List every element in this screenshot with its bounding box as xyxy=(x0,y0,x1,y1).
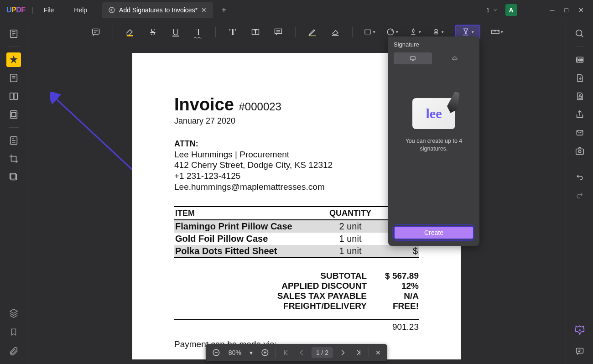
zoom-out-button[interactable] xyxy=(210,348,222,357)
edit-icon xyxy=(108,6,115,14)
note-tool-icon[interactable] xyxy=(90,26,102,38)
left-sidebar xyxy=(0,20,27,364)
signature-panel: Signature lee You can create up to 4 sig… xyxy=(388,36,479,246)
svg-point-0 xyxy=(109,7,114,13)
svg-rect-26 xyxy=(576,149,583,154)
tool-a-icon[interactable] xyxy=(6,133,21,148)
screenshot-icon[interactable] xyxy=(572,144,587,158)
bookmark-icon[interactable] xyxy=(6,325,21,339)
reader-mode-icon[interactable] xyxy=(6,26,21,41)
signature-panel-title: Signature xyxy=(394,41,474,48)
attachment-icon[interactable] xyxy=(6,344,21,359)
svg-point-28 xyxy=(578,329,580,331)
comment-mode-icon[interactable] xyxy=(6,52,21,67)
organize-mode-icon[interactable] xyxy=(6,89,21,104)
menu-file[interactable]: File xyxy=(34,6,64,14)
right-sidebar: OCR xyxy=(566,20,593,364)
convert-icon[interactable] xyxy=(572,71,587,85)
eraser-tool-icon[interactable] xyxy=(329,26,341,38)
prev-page-button[interactable] xyxy=(296,349,307,356)
signature-thumbnail: lee xyxy=(412,98,455,129)
undo-icon[interactable] xyxy=(572,170,587,184)
user-avatar[interactable]: A xyxy=(505,4,517,16)
canvas-area[interactable]: Invoice #000023 January 27 2020 ATTN: Le… xyxy=(27,41,566,364)
pencil-tool-icon[interactable] xyxy=(307,26,318,38)
svg-line-18 xyxy=(55,98,132,170)
invoice-date: January 27 2020 xyxy=(174,116,419,126)
svg-point-16 xyxy=(435,29,437,32)
close-tab-icon[interactable]: ✕ xyxy=(201,6,207,14)
page-indicator[interactable]: 1 / 2 xyxy=(312,347,333,358)
svg-rect-24 xyxy=(579,96,581,99)
ai-icon[interactable] xyxy=(572,323,587,338)
local-signatures-tab[interactable] xyxy=(394,52,432,64)
zoom-in-button[interactable] xyxy=(259,348,271,357)
close-window-button[interactable]: ✕ xyxy=(578,6,584,14)
page-tool-icon[interactable] xyxy=(6,107,21,122)
app-logo: UPDF xyxy=(6,6,26,14)
cloud-signatures-tab[interactable] xyxy=(436,52,474,64)
signature-hint-text: You can create up to 4 signatures. xyxy=(394,137,474,153)
minimize-button[interactable]: ─ xyxy=(550,6,555,14)
tab-title: Add Signatures to Invoices* xyxy=(119,6,198,14)
invoice-title: Invoice #000023 xyxy=(174,95,419,114)
share-icon[interactable] xyxy=(572,107,587,122)
batch-icon[interactable] xyxy=(6,170,21,184)
email-icon[interactable] xyxy=(572,125,587,140)
svg-text:OCR: OCR xyxy=(576,58,583,62)
protect-icon[interactable] xyxy=(572,89,587,104)
totals-block: SUBTOTAL$ 567.89 APPLIED DISCOUNT12% SAL… xyxy=(277,271,419,311)
textbox-tool-icon[interactable]: T xyxy=(250,26,261,38)
signature-preview-area: lee You can create up to 4 signatures. xyxy=(394,71,474,180)
svg-rect-1 xyxy=(10,30,17,38)
svg-text:T: T xyxy=(254,29,257,34)
callout-tool-icon[interactable] xyxy=(272,26,284,38)
svg-point-21 xyxy=(576,30,582,36)
content-area: S U T T T xyxy=(27,20,566,364)
close-bar-button[interactable]: ✕ xyxy=(374,349,383,356)
annotation-arrow xyxy=(50,92,141,183)
chat-icon[interactable] xyxy=(572,344,587,359)
zoom-page-bar: 80%▾ 1 / 2 ✕ xyxy=(206,344,387,361)
svg-rect-14 xyxy=(365,30,370,34)
grand-total: 901.23 xyxy=(174,319,419,332)
titlebar: UPDF | File Help Add Signatures to Invoi… xyxy=(0,0,593,20)
pen-icon xyxy=(443,90,464,115)
ruler-tool-icon[interactable] xyxy=(491,26,503,38)
rectangle-tool-icon[interactable] xyxy=(364,26,375,38)
menu-help[interactable]: Help xyxy=(64,6,97,14)
next-page-button[interactable] xyxy=(338,349,349,356)
table-row: Flamingo Print Pillow Case2 unit$12 xyxy=(174,220,419,233)
ocr-icon[interactable]: OCR xyxy=(572,52,587,67)
svg-point-15 xyxy=(387,29,394,35)
items-table: ITEMQUANTITYUNIT Flamingo Print Pillow C… xyxy=(174,206,419,258)
svg-rect-13 xyxy=(275,29,282,33)
page-selector[interactable]: 1 xyxy=(486,6,498,14)
layers-icon[interactable] xyxy=(6,306,21,320)
zoom-value[interactable]: 80%▾ xyxy=(227,349,255,356)
svg-rect-4 xyxy=(14,93,17,100)
last-page-button[interactable] xyxy=(353,349,364,356)
svg-rect-10 xyxy=(93,29,99,34)
annotation-toolbar: S U T T T xyxy=(27,23,566,41)
table-row: Gold Foil Pillow Case1 unit$1 xyxy=(174,233,419,245)
squiggly-tool-icon[interactable]: T xyxy=(192,26,204,38)
first-page-button[interactable] xyxy=(281,349,291,356)
redo-icon[interactable] xyxy=(572,188,587,203)
text-tool-icon[interactable]: T xyxy=(227,26,239,38)
svg-rect-6 xyxy=(11,112,16,116)
table-row: Polka Dots Fitted Sheet1 unit$ xyxy=(174,245,419,258)
strikethrough-tool-icon[interactable]: S xyxy=(147,26,159,38)
maximize-button[interactable]: □ xyxy=(565,6,568,14)
attn-block: ATTN: Lee Hummings | Procurement 412 Che… xyxy=(174,139,419,192)
document-tab[interactable]: Add Signatures to Invoices* ✕ xyxy=(102,2,213,18)
new-tab-button[interactable]: + xyxy=(221,5,227,16)
underline-tool-icon[interactable]: U xyxy=(170,26,182,38)
search-icon[interactable] xyxy=(572,26,587,41)
edit-mode-icon[interactable] xyxy=(6,71,21,85)
svg-rect-29 xyxy=(576,348,583,353)
highlight-tool-icon[interactable] xyxy=(124,26,136,38)
create-signature-button[interactable]: Create xyxy=(394,226,474,239)
svg-point-27 xyxy=(578,150,581,153)
crop-icon[interactable] xyxy=(6,151,21,166)
